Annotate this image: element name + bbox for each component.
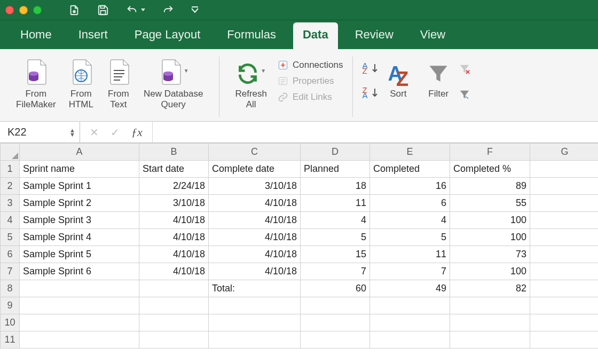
window-minimize-button[interactable] [19,6,28,14]
row-header[interactable]: 6 [1,246,20,263]
cell[interactable]: 4/10/18 [209,263,301,280]
cell[interactable] [139,280,209,297]
col-header-F[interactable]: F [450,144,530,161]
cell[interactable] [450,314,530,331]
cell[interactable] [530,161,599,178]
col-header-D[interactable]: D [301,144,370,161]
cell[interactable]: Sample Sprint 6 [20,263,139,280]
cell[interactable]: Completed [370,161,450,178]
autosave-icon[interactable] [68,4,80,16]
cell[interactable]: 4/10/18 [139,212,209,229]
save-icon[interactable] [97,4,109,16]
cell[interactable]: Complete date [209,161,301,178]
cell[interactable]: 2/24/18 [139,178,209,195]
cell[interactable] [301,331,370,349]
cell[interactable]: 4/10/18 [209,246,301,263]
row-header[interactable]: 2 [1,178,20,195]
cell[interactable]: 4/10/18 [139,246,209,263]
cell[interactable] [530,229,599,246]
cell[interactable]: 5 [301,229,370,246]
row-header[interactable]: 8 [1,280,20,297]
cell[interactable] [530,331,599,349]
redo-button[interactable] [162,4,174,16]
refresh-all-button[interactable]: ▼ RefreshAll [229,56,273,109]
cell[interactable]: Planned [301,161,370,178]
fx-icon[interactable]: ƒx [131,125,143,139]
cell[interactable]: 100 [450,229,530,246]
cell[interactable] [139,297,209,314]
cell[interactable]: 3/10/18 [139,195,209,212]
from-text-button[interactable]: FromText [100,56,137,109]
tab-view[interactable]: View [411,22,455,49]
cell[interactable] [20,331,139,349]
cell[interactable] [370,297,450,314]
row-header[interactable]: 3 [1,195,20,212]
cell[interactable] [209,331,301,349]
undo-button[interactable] [126,4,145,16]
from-filemaker-button[interactable]: FromFileMaker [10,56,62,109]
cell[interactable]: 4/10/18 [139,263,209,280]
name-box-stepper[interactable]: ▲▼ [69,128,75,137]
cell[interactable]: 7 [301,263,370,280]
cell[interactable]: 16 [370,178,450,195]
cell[interactable]: 7 [370,263,450,280]
dropdown-caret-icon[interactable]: ▼ [261,68,266,74]
cell[interactable] [139,314,209,331]
cell[interactable]: 6 [370,195,450,212]
tab-insert[interactable]: Insert [69,22,117,49]
cell[interactable]: 100 [450,212,530,229]
cell[interactable] [450,331,530,349]
cell[interactable]: 4 [301,212,370,229]
row-header[interactable]: 4 [1,212,20,229]
cell[interactable] [20,280,139,297]
cell[interactable] [20,314,139,331]
cell[interactable] [20,297,139,314]
cell[interactable] [450,297,530,314]
cell[interactable] [530,280,599,297]
cell[interactable]: 4 [370,212,450,229]
cell[interactable] [301,297,370,314]
sort-desc-button[interactable]: ZA [362,88,378,98]
cell[interactable]: Sample Sprint 4 [20,229,139,246]
row-header[interactable]: 5 [1,229,20,246]
row-header[interactable]: 11 [1,331,20,349]
cell[interactable] [370,314,450,331]
cell[interactable]: 100 [450,263,530,280]
spreadsheet-grid[interactable]: A B C D E F G 1Sprint nameStart dateComp… [0,143,598,349]
cell[interactable]: 4/10/18 [209,229,301,246]
tab-page-layout[interactable]: Page Layout [125,22,210,49]
cell[interactable]: 55 [450,195,530,212]
tab-home[interactable]: Home [11,22,61,49]
cell[interactable] [209,297,301,314]
cell[interactable] [370,331,450,349]
cell[interactable]: 18 [301,178,370,195]
col-header-C[interactable]: C [209,144,301,161]
cell[interactable]: 60 [301,280,370,297]
row-header[interactable]: 1 [1,161,20,178]
from-html-button[interactable]: FromHTML [62,56,100,109]
customize-qat-button[interactable] [191,6,199,14]
col-header-G[interactable]: G [530,144,599,161]
row-header[interactable]: 10 [1,314,20,331]
cell[interactable]: Sample Sprint 2 [20,195,139,212]
cell[interactable] [530,212,599,229]
cell[interactable]: Total: [209,280,301,297]
cell[interactable]: Completed % [450,161,530,178]
col-header-A[interactable]: A [20,144,139,161]
cell[interactable] [139,331,209,349]
cell[interactable] [530,314,599,331]
dropdown-caret-icon[interactable] [141,8,145,12]
cell[interactable]: 5 [370,229,450,246]
sort-asc-button[interactable]: AZ [362,63,378,74]
cell[interactable] [530,178,599,195]
cell[interactable]: Start date [139,161,209,178]
cell[interactable]: 15 [301,246,370,263]
cell[interactable]: 89 [450,178,530,195]
row-header[interactable]: 7 [1,263,20,280]
cell[interactable]: 73 [450,246,530,263]
advanced-filter-button[interactable] [459,89,470,100]
cell[interactable]: 11 [301,195,370,212]
select-all-corner[interactable] [1,144,20,161]
tab-formulas[interactable]: Formulas [217,22,286,49]
cell[interactable]: 82 [450,280,530,297]
